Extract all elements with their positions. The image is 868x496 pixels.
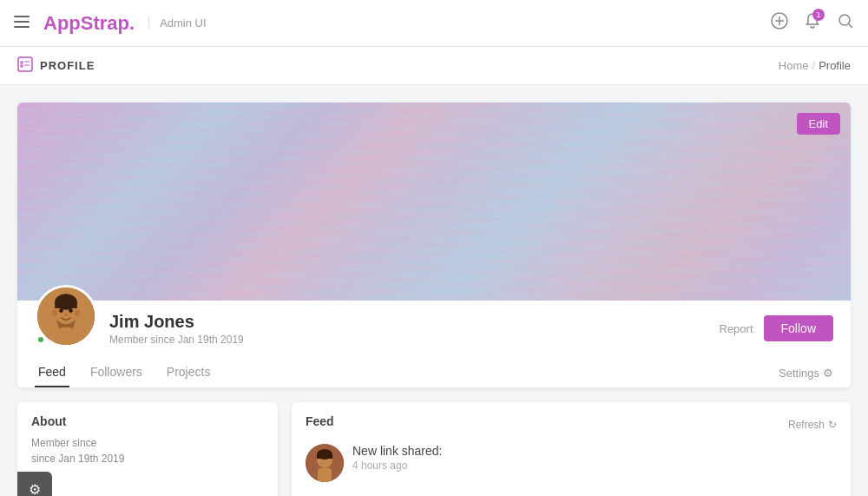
tab-feed[interactable]: Feed <box>35 358 69 387</box>
online-status-dot <box>36 335 45 344</box>
refresh-link[interactable]: Refresh ↻ <box>788 419 837 431</box>
settings-fab-icon: ⚙ <box>29 481 41 497</box>
menu-icon[interactable] <box>14 14 30 32</box>
settings-fab[interactable]: ⚙ <box>17 472 52 496</box>
notification-icon[interactable]: 1 <box>804 12 821 34</box>
breadcrumb: Home / Profile <box>779 59 851 72</box>
tab-projects[interactable]: Projects <box>163 358 214 387</box>
breadcrumb-bar: PROFILE Home / Profile <box>0 47 868 85</box>
refresh-icon: ↻ <box>828 419 837 431</box>
edit-cover-button[interactable]: Edit <box>797 113 840 135</box>
user-member-since: Member since Jan 19th 2019 <box>109 334 720 346</box>
user-info: Jim Jones Member since Jan 19th 2019 <box>109 312 720 346</box>
about-text: Member since since Jan 19th 2019 <box>31 435 264 466</box>
feed-item-text: New link shared: 4 hours ago <box>352 444 837 472</box>
follow-button[interactable]: Follow <box>764 315 833 341</box>
feed-panel: Feed Refresh ↻ New link <box>292 402 851 496</box>
svg-rect-0 <box>14 16 30 17</box>
settings-link[interactable]: Settings ⚙ <box>779 367 833 380</box>
svg-point-15 <box>59 308 63 313</box>
breadcrumb-current: Profile <box>819 59 851 72</box>
tabs-row: Feed Followers Projects Settings ⚙ <box>17 351 851 388</box>
feed-avatar <box>306 444 344 482</box>
settings-icon: ⚙ <box>823 367 833 380</box>
svg-point-16 <box>69 308 73 313</box>
main-content: Edit <box>0 85 868 496</box>
svg-rect-21 <box>317 454 332 459</box>
page-heading: PROFILE <box>17 56 95 76</box>
svg-rect-2 <box>14 26 30 28</box>
nav-icons: 1 <box>771 12 854 34</box>
notification-badge: 1 <box>812 9 825 21</box>
breadcrumb-separator: / <box>812 59 816 72</box>
user-name: Jim Jones <box>109 312 720 332</box>
admin-label: Admin UI <box>148 17 206 30</box>
breadcrumb-home: Home <box>779 59 809 72</box>
report-link[interactable]: Report <box>720 322 753 335</box>
svg-point-6 <box>839 15 850 25</box>
top-navigation: AppStrap. Admin UI 1 <box>0 0 868 47</box>
search-icon[interactable] <box>837 12 854 34</box>
svg-rect-22 <box>318 468 332 482</box>
about-panel: About Member since since Jan 19th 2019 ⚙ <box>17 402 278 496</box>
about-title: About <box>31 414 264 428</box>
add-icon[interactable] <box>771 12 788 34</box>
svg-rect-8 <box>18 57 32 71</box>
settings-label: Settings <box>779 367 819 380</box>
tab-followers[interactable]: Followers <box>87 358 146 387</box>
avatar-wrapper <box>35 285 97 347</box>
profile-actions: Report Follow <box>720 315 834 341</box>
svg-rect-1 <box>14 21 30 23</box>
cover-image: Edit <box>17 103 851 301</box>
feed-header: Feed Refresh ↻ <box>306 414 837 435</box>
page-title: PROFILE <box>40 59 95 72</box>
svg-rect-12 <box>55 302 77 308</box>
feed-item-time: 4 hours ago <box>352 460 837 472</box>
refresh-label: Refresh <box>788 419 825 431</box>
svg-line-7 <box>849 24 853 29</box>
app-logo: AppStrap. <box>43 12 135 35</box>
profile-card: Edit <box>17 103 851 388</box>
profile-info-row: Jim Jones Member since Jan 19th 2019 Rep… <box>17 301 851 347</box>
profile-page-icon <box>17 56 33 76</box>
bottom-panels: About Member since since Jan 19th 2019 ⚙… <box>17 402 851 496</box>
feed-title: Feed <box>306 414 334 428</box>
feed-item-title: New link shared: <box>352 444 837 458</box>
feed-item: New link shared: 4 hours ago <box>306 444 837 482</box>
svg-rect-17 <box>60 327 73 345</box>
svg-point-13 <box>52 310 57 316</box>
svg-point-14 <box>75 310 80 316</box>
